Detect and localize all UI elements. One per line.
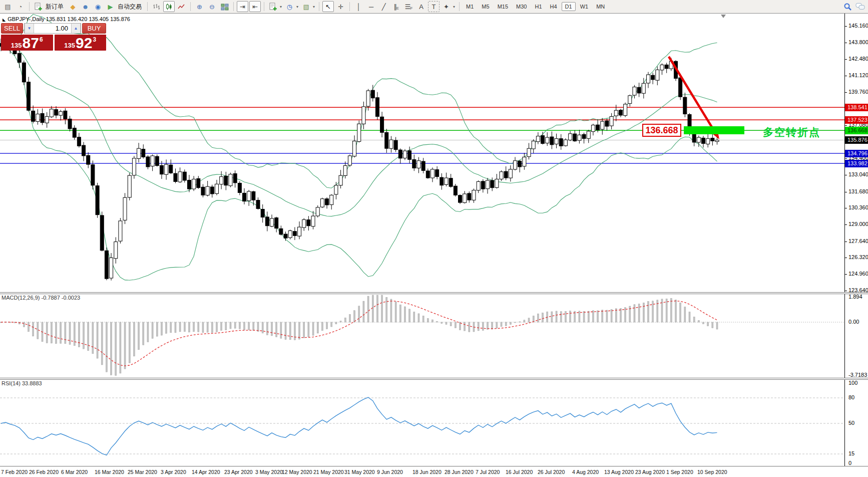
date-axis-label: 25 Mar 2020 <box>128 469 157 475</box>
axis-tick <box>845 274 847 275</box>
price-axis-label: 0 <box>848 460 851 466</box>
metaeditor-icon[interactable]: ☻ <box>80 1 91 12</box>
price-axis[interactable]: 145.160143.800142.480141.120139.760138.4… <box>844 14 868 466</box>
main-chart-canvas[interactable] <box>0 14 844 292</box>
fibonacci-icon[interactable]: ☰F <box>403 1 414 12</box>
bar-chart-icon[interactable] <box>151 1 162 12</box>
buy-button[interactable]: BUY <box>82 23 106 34</box>
toolbar-separator <box>29 2 30 11</box>
zoom-out-icon[interactable]: ⊖ <box>206 1 218 12</box>
rsi-pane-canvas[interactable] <box>0 379 844 465</box>
bid-price-box[interactable]: 135 87 6 <box>1 35 53 51</box>
bid-price-small: 135 <box>11 42 22 49</box>
axis-tick <box>845 125 847 126</box>
toolbar-separator <box>147 2 148 11</box>
date-axis-label: 23 Aug 2020 <box>635 469 665 475</box>
period-clock-icon-dropdown[interactable]: ▾ <box>296 5 298 9</box>
trendline-icon[interactable]: ╱ <box>378 1 389 12</box>
timeframe-d1-button[interactable]: D1 <box>562 2 576 11</box>
timeframe-m15-button[interactable]: M15 <box>494 2 512 11</box>
strategy-tester-icon[interactable]: ◔ <box>15 1 26 12</box>
date-axis[interactable]: 7 Feb 202026 Feb 20206 Mar 202016 Mar 20… <box>0 466 868 477</box>
toolbar-separator <box>264 2 264 11</box>
line-chart-icon[interactable] <box>176 1 187 12</box>
metatrader-window: ▤◔新订单◆☻◉▶自动交易⊕⊖⇥⇤▾◷▾▧▾↖✛│─╱∥E☰FAT✦▾M1M5M… <box>0 0 868 477</box>
toolbar-separator <box>190 2 191 11</box>
volume-input[interactable]: 1.00 <box>34 24 71 33</box>
date-axis-label: 23 Apr 2020 <box>224 469 253 475</box>
timeframe-h1-button[interactable]: H1 <box>531 2 545 11</box>
arrows-icon-dropdown[interactable]: ▾ <box>453 5 455 9</box>
volume-increase-button[interactable]: ▲ <box>71 24 81 33</box>
price-axis-label: 142.480 <box>848 56 868 62</box>
zoom-in-icon[interactable]: ⊕ <box>194 1 205 12</box>
vertical-line-icon[interactable]: │ <box>353 1 364 12</box>
chart-windows-icon[interactable]: ▤ <box>2 1 14 12</box>
auto-trading-icon[interactable]: ▶ <box>105 1 116 12</box>
new-chart-icon[interactable] <box>267 1 279 12</box>
new-order-icon-label[interactable]: 新订单 <box>46 3 64 11</box>
chart-shift-marker[interactable] <box>721 15 726 18</box>
price-axis-label: 139.760 <box>848 89 868 95</box>
volume-decrease-button[interactable]: ▼ <box>25 24 34 33</box>
ask-price-big: 92 <box>76 37 92 49</box>
bid-price-big: 87 <box>23 37 39 49</box>
price-axis-label: -3.7183 <box>848 372 867 378</box>
arrows-icon[interactable]: ✦ <box>441 1 452 12</box>
price-level-callout[interactable]: 136.668 <box>642 124 681 137</box>
toolbar-separator <box>233 2 234 11</box>
new-order-icon[interactable] <box>33 1 44 12</box>
axis-tick <box>845 258 847 258</box>
crosshair-icon[interactable]: ✛ <box>335 1 346 12</box>
timeframe-h4-button[interactable]: H4 <box>547 2 561 11</box>
search-icon[interactable] <box>842 1 853 12</box>
chat-icon[interactable] <box>854 1 866 12</box>
price-axis-label: 141.120 <box>848 72 868 78</box>
profiles-icon-dropdown[interactable]: ▾ <box>313 5 315 9</box>
horizontal-line-icon[interactable]: ─ <box>365 1 377 12</box>
timeframe-m5-button[interactable]: M5 <box>478 2 493 11</box>
chart-shift-icon[interactable]: ⇥ <box>237 1 248 12</box>
price-axis-label: 143.800 <box>848 39 868 45</box>
annotation-text[interactable]: 多空转折点 <box>763 125 820 139</box>
price-axis-label: 1.894 <box>848 294 862 300</box>
history-center-icon[interactable]: ◆ <box>67 1 79 12</box>
text-icon[interactable]: A <box>415 1 427 12</box>
price-level-marker: 134.796 <box>845 150 868 157</box>
date-axis-label: 7 Jul 2020 <box>476 469 500 475</box>
pane-separator[interactable] <box>0 378 868 380</box>
text-label-icon[interactable]: T <box>428 1 440 12</box>
axis-tick <box>845 92 847 93</box>
date-axis-label: 12 May 2020 <box>282 469 312 475</box>
timeframe-w1-button[interactable]: W1 <box>577 2 592 11</box>
axis-tick <box>845 224 847 225</box>
date-axis-label: 10 Sep 2020 <box>697 469 727 475</box>
new-chart-icon-dropdown[interactable]: ▾ <box>280 5 282 9</box>
profiles-icon[interactable]: ▧ <box>300 1 312 12</box>
equidistant-channel-icon[interactable]: ∥E <box>390 1 402 12</box>
date-axis-label: 1 Sep 2020 <box>666 469 693 475</box>
signals-icon[interactable]: ◉ <box>92 1 104 12</box>
toolbar-separator <box>319 2 319 11</box>
date-axis-label: 14 Apr 2020 <box>192 469 220 475</box>
date-axis-label: 28 Jun 2020 <box>445 469 474 475</box>
sell-button[interactable]: SELL <box>1 23 23 34</box>
timeframe-m30-button[interactable]: M30 <box>513 2 530 11</box>
axis-tick <box>845 192 847 192</box>
tile-windows-icon[interactable] <box>219 1 230 12</box>
price-level-marker: 136.668 <box>845 127 868 134</box>
highlight-rectangle[interactable] <box>684 126 744 134</box>
auto-trading-icon-label[interactable]: 自动交易 <box>118 3 142 11</box>
volume-spinner: ▼ 1.00 ▲ <box>24 23 81 34</box>
timeframe-mn-button[interactable]: MN <box>593 2 608 11</box>
one-click-trading-panel: SELL ▼ 1.00 ▲ BUY 135 87 6 135 92 3 <box>1 23 106 51</box>
macd-pane-canvas[interactable] <box>0 294 844 378</box>
timeframe-m1-button[interactable]: M1 <box>463 2 477 11</box>
period-clock-icon[interactable]: ◷ <box>284 1 295 12</box>
pane-separator[interactable] <box>0 292 868 294</box>
ask-price-box[interactable]: 135 92 3 <box>55 35 107 51</box>
auto-scroll-icon[interactable]: ⇤ <box>249 1 261 12</box>
axis-tick <box>845 59 847 60</box>
candlestick-chart-icon[interactable] <box>163 1 175 12</box>
cursor-icon[interactable]: ↖ <box>322 1 334 12</box>
